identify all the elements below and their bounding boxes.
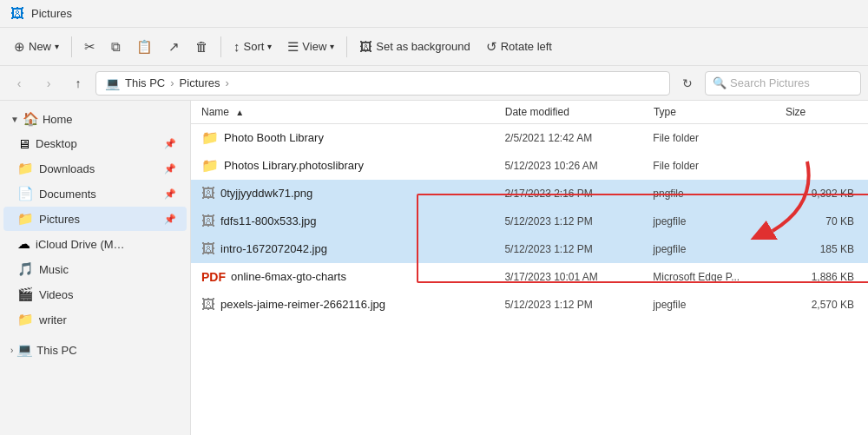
- file-name: Photos Library.photoslibrary: [224, 159, 364, 172]
- sort-button[interactable]: ↕ Sort ▾: [227, 35, 279, 58]
- col-header-name[interactable]: Name ▲: [191, 106, 505, 118]
- title-bar: 🖼 Pictures: [0, 0, 868, 28]
- window-icon: 🖼: [10, 6, 24, 22]
- sidebar-item-videos[interactable]: 🎬 Videos: [3, 282, 187, 306]
- pictures-pin-icon: 📌: [164, 214, 176, 225]
- sidebar-item-writer[interactable]: 📁 writer: [3, 307, 187, 332]
- file-list: Name ▲ Date modified Type Size 📁 Photo B…: [191, 101, 868, 435]
- file-size: 9,392 KB: [785, 188, 868, 200]
- search-placeholder: Search Pictures: [730, 76, 810, 89]
- sidebar-item-pictures[interactable]: 📁 Pictures 📌: [3, 207, 187, 231]
- file-size: 185 KB: [785, 243, 868, 255]
- image-icon: 🖼: [201, 186, 215, 201]
- downloads-icon: 📁: [17, 161, 34, 176]
- new-icon: ⊕: [14, 39, 25, 55]
- search-icon: 🔍: [713, 76, 727, 89]
- table-row[interactable]: 🖼 intro-1672072042.jpg 5/12/2023 1:12 PM…: [191, 235, 868, 263]
- pictures-icon: 📁: [17, 211, 34, 227]
- table-row[interactable]: 🖼 pexels-jaime-reimer-2662116.jpg 5/12/2…: [191, 291, 868, 319]
- file-name: 0tyjjyyddwk71.png: [220, 187, 312, 200]
- toolbar-divider-2: [220, 36, 221, 57]
- file-name: online-6max-gto-charts: [231, 270, 346, 283]
- file-name: fdfs11-800x533.jpg: [220, 214, 317, 227]
- sidebar-item-desktop[interactable]: 🖥 Desktop 📌: [3, 131, 187, 155]
- music-icon: 🎵: [17, 261, 34, 277]
- file-date: 5/12/2023 10:26 AM: [504, 160, 653, 172]
- window-title: Pictures: [31, 7, 72, 20]
- sidebar-this-pc-header[interactable]: › 💻 This PC: [0, 339, 190, 361]
- paste-icon: 📋: [136, 39, 153, 55]
- downloads-pin-icon: 📌: [164, 163, 176, 175]
- up-button[interactable]: ↑: [66, 71, 90, 96]
- rotate-left-button[interactable]: ↺ Rotate left: [479, 35, 559, 59]
- address-pc-icon: 💻: [105, 76, 120, 90]
- icloud-label: iCloud Drive (M…: [36, 238, 176, 251]
- this-pc-chevron-icon: ›: [10, 346, 13, 355]
- new-button[interactable]: ⊕ New ▾: [7, 35, 66, 59]
- file-size: 70 KB: [785, 215, 868, 227]
- forward-button[interactable]: ›: [36, 71, 61, 96]
- writer-label: writer: [39, 313, 176, 326]
- sidebar: ▼ 🏠 Home 🖥 Desktop 📌 📁 Downloads 📌 📄 Doc…: [0, 101, 191, 435]
- file-name: pexels-jaime-reimer-2662116.jpg: [220, 298, 385, 311]
- file-type: File folder: [653, 132, 785, 144]
- table-row[interactable]: 📁 Photos Library.photoslibrary 5/12/2023…: [191, 152, 868, 180]
- copy-icon: ⧉: [111, 39, 121, 55]
- file-date: 5/12/2023 1:12 PM: [504, 243, 653, 255]
- file-date: 2/5/2021 12:42 AM: [504, 132, 653, 144]
- folder-icon: 📁: [201, 129, 219, 146]
- desktop-icon: 🖥: [17, 136, 30, 151]
- videos-icon: 🎬: [17, 287, 34, 302]
- sidebar-item-documents[interactable]: 📄 Documents 📌: [3, 181, 187, 206]
- videos-label: Videos: [39, 288, 176, 301]
- col-header-size[interactable]: Size: [786, 106, 868, 118]
- sidebar-item-downloads[interactable]: 📁 Downloads 📌: [3, 156, 187, 181]
- rotate-icon: ↺: [486, 39, 497, 55]
- image-icon: 🖼: [201, 297, 215, 313]
- sidebar-item-music[interactable]: 🎵 Music: [3, 257, 187, 281]
- background-icon: 🖼: [359, 39, 372, 54]
- cut-icon: ✂: [84, 39, 95, 55]
- refresh-button[interactable]: ↻: [675, 71, 700, 96]
- address-bar[interactable]: 💻 This PC › Pictures ›: [95, 71, 670, 96]
- search-box[interactable]: 🔍 Search Pictures: [705, 71, 861, 96]
- file-name-cell: 📁 Photos Library.photoslibrary: [191, 157, 504, 174]
- delete-icon: 🗑: [195, 39, 208, 54]
- address-this-pc: This PC: [125, 76, 165, 89]
- toolbar-divider-1: [71, 36, 72, 57]
- share-button[interactable]: ↗: [161, 35, 187, 59]
- file-date: 5/12/2023 1:12 PM: [504, 299, 653, 311]
- documents-label: Documents: [39, 188, 159, 201]
- file-date: 2/17/2023 2:16 PM: [504, 188, 653, 200]
- file-type: Microsoft Edge P...: [653, 271, 785, 283]
- home-chevron-icon: ▼: [10, 115, 19, 124]
- sidebar-home-header[interactable]: ▼ 🏠 Home: [0, 108, 190, 130]
- table-row[interactable]: 📁 Photo Booth Library 2/5/2021 12:42 AM …: [191, 124, 868, 152]
- back-button[interactable]: ‹: [7, 71, 31, 96]
- paste-button[interactable]: 📋: [129, 35, 160, 59]
- toolbar-divider-3: [346, 36, 347, 57]
- desktop-pin-icon: 📌: [164, 138, 176, 149]
- table-row[interactable]: PDF online-6max-gto-charts 3/17/2023 10:…: [191, 263, 868, 291]
- file-name-cell: 🖼 0tyjjyyddwk71.png: [191, 186, 504, 201]
- file-date: 3/17/2023 10:01 AM: [504, 271, 653, 283]
- table-row[interactable]: 🖼 0tyjjyyddwk71.png 2/17/2023 2:16 PM pn…: [191, 180, 868, 208]
- cut-button[interactable]: ✂: [77, 35, 102, 59]
- copy-button[interactable]: ⧉: [104, 35, 128, 59]
- delete-button[interactable]: 🗑: [188, 35, 215, 58]
- file-name-cell: 🖼 fdfs11-800x533.jpg: [191, 214, 504, 229]
- view-button[interactable]: ☰ View ▾: [280, 35, 341, 59]
- col-header-type[interactable]: Type: [654, 106, 786, 118]
- sort-arrow-icon: ▲: [235, 108, 244, 117]
- downloads-label: Downloads: [39, 162, 159, 175]
- table-row[interactable]: 🖼 fdfs11-800x533.jpg 5/12/2023 1:12 PM j…: [191, 208, 868, 235]
- file-date: 5/12/2023 1:12 PM: [504, 215, 653, 227]
- col-header-date[interactable]: Date modified: [505, 106, 654, 118]
- pdf-icon: PDF: [201, 270, 226, 284]
- writer-icon: 📁: [17, 312, 34, 327]
- desktop-label: Desktop: [36, 137, 159, 150]
- music-label: Music: [39, 263, 176, 276]
- sidebar-item-icloud[interactable]: ☁ iCloud Drive (M…: [3, 232, 187, 256]
- share-icon: ↗: [168, 39, 180, 55]
- set-background-button[interactable]: 🖼 Set as background: [352, 35, 477, 58]
